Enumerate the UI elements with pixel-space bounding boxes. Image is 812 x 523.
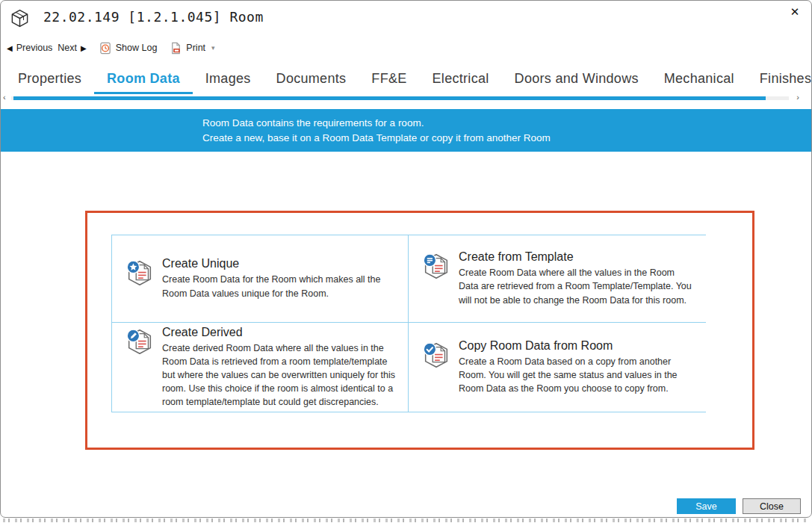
star-document-icon bbox=[124, 258, 155, 289]
scroll-right-icon[interactable]: › bbox=[796, 93, 799, 102]
tab-ffe[interactable]: FF&E bbox=[359, 66, 419, 94]
create-unique-card[interactable]: Create Unique Create Room Data for the R… bbox=[112, 235, 409, 323]
previous-button[interactable]: ◀ Previous bbox=[7, 43, 52, 53]
create-derived-card[interactable]: Create Derived Create derived Room Data … bbox=[112, 323, 409, 412]
close-window-icon[interactable]: ✕ bbox=[787, 4, 802, 19]
banner-line-2: Create a new, base it on a Room Data Tem… bbox=[202, 131, 811, 146]
tab-scrollbar-thumb[interactable] bbox=[13, 96, 766, 100]
check-document-icon bbox=[421, 340, 452, 371]
tab-scrollbar: ‹ › bbox=[1, 95, 811, 102]
tab-images[interactable]: Images bbox=[193, 66, 264, 94]
app-logo-cube-icon bbox=[10, 8, 30, 28]
log-clock-icon bbox=[99, 42, 112, 55]
card-title: Create from Template bbox=[459, 250, 695, 264]
card-description: Create a Room Data based on a copy from … bbox=[459, 355, 695, 395]
template-document-icon bbox=[421, 251, 452, 282]
tab-mechanical[interactable]: Mechanical bbox=[651, 66, 747, 94]
room-data-option-grid: Create Unique Create Room Data for the R… bbox=[111, 235, 706, 412]
show-log-button[interactable]: Show Log bbox=[99, 42, 158, 55]
print-button[interactable]: Print ▾ bbox=[170, 42, 214, 55]
banner-line-1: Room Data contains the requirements for … bbox=[202, 116, 811, 131]
card-title: Create Unique bbox=[162, 257, 397, 270]
card-description: Create Room Data for the Room which make… bbox=[162, 273, 397, 300]
print-dropdown-caret-icon[interactable]: ▾ bbox=[211, 44, 215, 52]
next-button[interactable]: Next ▶ bbox=[58, 43, 86, 53]
create-from-template-card[interactable]: Create from Template Create Room Data wh… bbox=[409, 235, 706, 323]
footer-button-bar: Save Close bbox=[677, 498, 801, 514]
tab-room-data[interactable]: Room Data bbox=[94, 66, 193, 94]
window-title: 22.02.149 [1.2.1.045] Room bbox=[43, 9, 264, 25]
tab-doors-and-windows[interactable]: Doors and Windows bbox=[502, 66, 651, 94]
card-description: Create derived Room Data where all the v… bbox=[162, 341, 397, 409]
print-icon bbox=[170, 42, 182, 55]
previous-arrow-icon: ◀ bbox=[7, 44, 13, 52]
close-button[interactable]: Close bbox=[743, 498, 801, 514]
toolbar: ◀ Previous Next ▶ Show Log Print bbox=[7, 40, 215, 56]
card-title: Create Derived bbox=[162, 326, 397, 339]
previous-label: Previous bbox=[16, 43, 53, 53]
tab-bar: Properties Room Data Images Documents FF… bbox=[5, 66, 811, 94]
tab-documents[interactable]: Documents bbox=[264, 66, 359, 94]
copy-room-data-card[interactable]: Copy Room Data from Room Create a Room D… bbox=[409, 323, 706, 412]
next-arrow-icon: ▶ bbox=[81, 44, 87, 52]
tab-properties[interactable]: Properties bbox=[5, 66, 94, 94]
next-label: Next bbox=[58, 43, 77, 53]
save-button[interactable]: Save bbox=[677, 498, 736, 514]
edit-document-icon bbox=[124, 327, 155, 358]
scroll-left-icon[interactable]: ‹ bbox=[3, 93, 6, 102]
tab-finishes[interactable]: Finishes bbox=[747, 66, 811, 94]
room-window: 22.02.149 [1.2.1.045] Room ✕ ◀ Previous … bbox=[0, 0, 812, 518]
info-banner: Room Data contains the requirements for … bbox=[1, 109, 811, 152]
card-title: Copy Room Data from Room bbox=[459, 339, 695, 353]
tab-electrical[interactable]: Electrical bbox=[420, 66, 502, 94]
show-log-label: Show Log bbox=[116, 43, 158, 53]
print-label: Print bbox=[186, 43, 205, 53]
card-description: Create Room Data where all the values in… bbox=[459, 266, 695, 306]
background-window-edge bbox=[3, 519, 809, 522]
